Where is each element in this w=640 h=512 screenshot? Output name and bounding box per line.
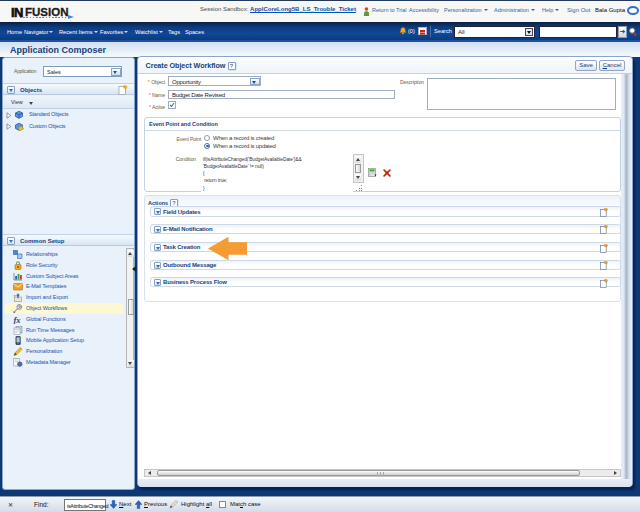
svg-text:fx: fx	[14, 315, 22, 324]
